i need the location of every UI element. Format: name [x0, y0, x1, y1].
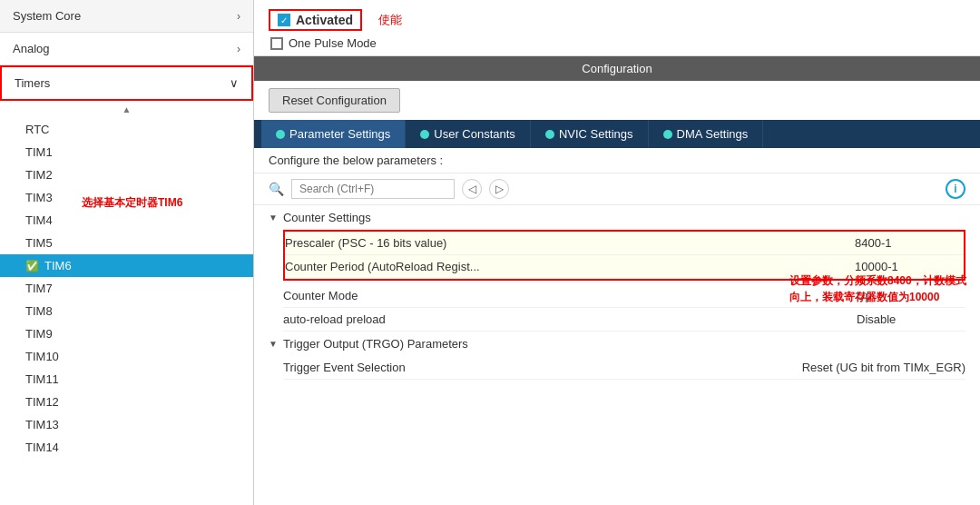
timer-label: TIM6: [44, 259, 72, 272]
counter-settings-table: Prescaler (PSC - 16 bits value)8400-1Cou…: [254, 230, 980, 332]
sidebar-item-tim13[interactable]: TIM13: [0, 413, 253, 436]
timer-label: TIM14: [25, 441, 59, 454]
tab-dot: [276, 130, 285, 139]
search-icon: 🔍: [269, 182, 284, 196]
timer-label: TIM5: [25, 236, 53, 250]
table-row: Counter ModeUp: [283, 284, 965, 308]
sidebar-item-tim2[interactable]: TIM2: [0, 163, 253, 186]
param-name: auto-reload preload: [283, 312, 857, 326]
sidebar-item-tim12[interactable]: TIM12: [0, 391, 253, 413]
sidebar-item-tim1[interactable]: TIM1: [0, 141, 253, 163]
tab-label: User Constants: [434, 127, 515, 141]
system-core-label: System Core: [13, 9, 81, 23]
tab-dot: [420, 130, 429, 139]
param-value: Reset (UG bit from TIMx_EGR): [802, 361, 965, 374]
tab-dot: [663, 130, 672, 139]
sidebar-item-tim14[interactable]: TIM14: [0, 436, 253, 459]
search-input[interactable]: [291, 179, 455, 199]
sidebar-item-tim3[interactable]: TIM3: [0, 186, 253, 209]
param-name: Counter Period (AutoReload Regist...: [285, 260, 855, 273]
timers-label: Timers: [15, 76, 50, 90]
timer-label: TIM12: [25, 395, 59, 409]
highlighted-params-box: Prescaler (PSC - 16 bits value)8400-1Cou…: [283, 230, 965, 281]
tab-label: Parameter Settings: [289, 127, 390, 141]
tab-label: NVIC Settings: [559, 127, 633, 141]
activated-checkbox-wrapper: ✓ Activated: [269, 9, 362, 31]
reset-config-button[interactable]: Reset Configuration: [269, 88, 400, 113]
table-row: Trigger Event SelectionReset (UG bit fro…: [283, 356, 965, 380]
system-core-chevron: ›: [237, 10, 240, 23]
trigger-output-arrow: ▼: [269, 339, 278, 349]
one-pulse-label: One Pulse Mode: [289, 36, 377, 50]
counter-settings-label: Counter Settings: [283, 211, 371, 224]
table-row: Counter Period (AutoReload Regist...1000…: [285, 255, 964, 279]
timer-label: TIM1: [25, 145, 53, 159]
timer-label: TIM2: [25, 168, 53, 182]
activated-checkbox[interactable]: ✓: [278, 14, 290, 26]
trigger-output-label: Trigger Output (TRGO) Parameters: [283, 337, 468, 351]
nav-prev-button[interactable]: ◁: [462, 179, 482, 199]
sidebar-system-core[interactable]: System Core ›: [0, 0, 253, 33]
tab-parameter-settings[interactable]: Parameter Settings: [261, 120, 406, 148]
param-value: 8400-1: [855, 236, 964, 250]
tab-nvic-settings[interactable]: NVIC Settings: [531, 120, 649, 148]
nav-next-button[interactable]: ▷: [489, 179, 509, 199]
activated-row: ✓ Activated 使能: [269, 9, 965, 31]
main-wrapper: ✓ Activated 使能 One Pulse Mode Configurat…: [254, 0, 980, 505]
sidebar-item-tim9[interactable]: TIM9: [0, 322, 253, 345]
configure-label: Configure the below parameters :: [254, 148, 980, 173]
sidebar-item-rtc[interactable]: RTC: [0, 118, 253, 141]
tab-label: DMA Settings: [677, 127, 749, 141]
param-name: Prescaler (PSC - 16 bits value): [285, 236, 855, 250]
trigger-output-table: Trigger Event SelectionReset (UG bit fro…: [254, 356, 980, 380]
tab-dot: [545, 130, 554, 139]
timer-label: TIM13: [25, 418, 59, 431]
counter-settings-arrow: ▼: [269, 213, 278, 223]
timer-label: TIM11: [25, 372, 59, 386]
table-row: Prescaler (PSC - 16 bits value)8400-1: [285, 232, 964, 255]
tab-user-constants[interactable]: User Constants: [406, 120, 531, 148]
sidebar-item-tim5[interactable]: TIM5: [0, 232, 253, 254]
counter-settings-header[interactable]: ▼ Counter Settings: [254, 205, 980, 230]
params-area: Configure the below parameters : 🔍 ◁ ▷ i…: [254, 148, 980, 505]
timers-chevron: ∨: [230, 76, 239, 90]
activation-area: ✓ Activated 使能 One Pulse Mode: [254, 0, 980, 56]
tab-dma-settings[interactable]: DMA Settings: [649, 120, 764, 148]
check-icon: ✅: [25, 260, 39, 272]
activated-label: Activated: [296, 13, 353, 27]
sidebar-analog[interactable]: Analog ›: [0, 33, 253, 65]
param-value: 10000-1: [855, 260, 964, 273]
timer-label: RTC: [25, 123, 49, 136]
tabs-row: Parameter SettingsUser ConstantsNVIC Set…: [254, 120, 980, 148]
sidebar-item-tim6[interactable]: ✅TIM6: [0, 254, 253, 277]
info-button[interactable]: i: [946, 179, 965, 199]
param-name: Trigger Event Selection: [283, 361, 802, 374]
shinen-annotation: 使能: [378, 12, 402, 28]
sidebar-item-tim7[interactable]: TIM7: [0, 277, 253, 300]
analog-label: Analog: [13, 42, 49, 55]
sidebar-item-tim10[interactable]: TIM10: [0, 345, 253, 368]
reset-btn-area: Reset Configuration: [254, 81, 980, 120]
one-pulse-row: One Pulse Mode: [269, 36, 965, 50]
sidebar-item-tim4[interactable]: TIM4: [0, 209, 253, 232]
timer-label: TIM7: [25, 282, 53, 295]
param-name: Counter Mode: [283, 289, 857, 302]
timer-label: TIM4: [25, 213, 53, 227]
one-pulse-checkbox[interactable]: [270, 37, 283, 50]
main-content: ✓ Activated 使能 One Pulse Mode Configurat…: [254, 0, 980, 505]
sidebar-item-tim11[interactable]: TIM11: [0, 368, 253, 391]
timers-list: ▲ RTCTIM1TIM2TIM3TIM4TIM5✅TIM6TIM7TIM8TI…: [0, 101, 253, 505]
param-value: Up: [857, 289, 965, 302]
sidebar-timers[interactable]: Timers ∨: [0, 65, 253, 101]
search-row: 🔍 ◁ ▷ i: [254, 173, 980, 205]
sort-indicator: ▲: [0, 101, 253, 118]
timer-label: TIM3: [25, 191, 53, 204]
param-value: Disable: [857, 312, 965, 326]
trigger-output-header[interactable]: ▼ Trigger Output (TRGO) Parameters: [254, 332, 980, 356]
sidebar-item-tim8[interactable]: TIM8: [0, 300, 253, 322]
timer-label: TIM10: [25, 350, 59, 363]
analog-chevron: ›: [237, 43, 240, 55]
config-header: Configuration: [254, 56, 980, 81]
timer-label: TIM9: [25, 327, 53, 341]
table-row: auto-reload preloadDisable: [283, 308, 965, 332]
